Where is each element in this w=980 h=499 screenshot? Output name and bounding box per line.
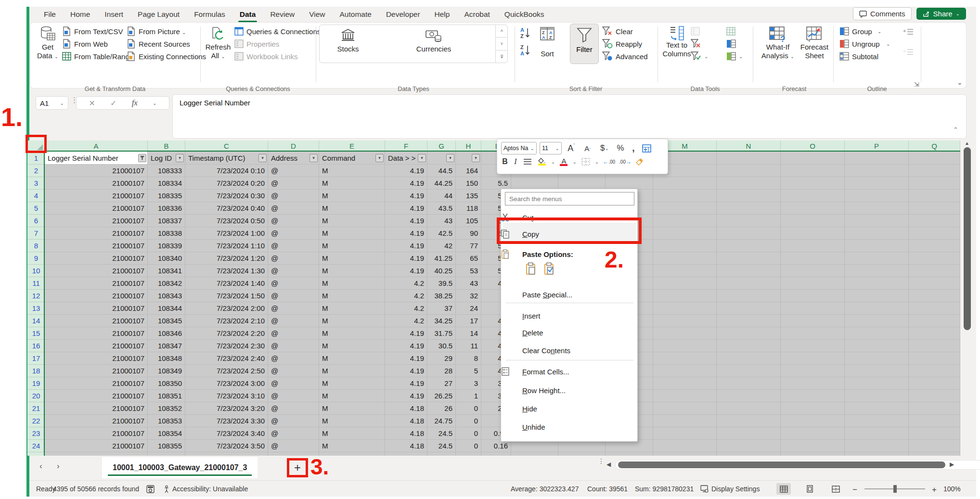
clear-filter-button[interactable]: Clear [602,26,633,36]
accessibility-icon[interactable] [163,485,171,493]
cell-F5[interactable]: 4.19 [385,202,427,215]
cell-G23[interactable]: 24.5 [427,427,456,440]
flash-fill-button[interactable] [691,26,700,36]
cancel-icon[interactable]: ✕ [89,99,95,108]
increase-decimal-button[interactable]: ←.00 [603,158,615,165]
remove-duplicates-button[interactable] [691,39,701,49]
menu-tab-insert[interactable]: Insert [97,8,130,21]
column-header-G[interactable]: G [427,141,456,152]
cell-F8[interactable]: 4.19 [385,240,427,252]
cell-B12[interactable]: 108343 [148,290,185,302]
from-table-range-button[interactable]: From Table/Range [62,51,133,61]
cell-G12[interactable]: 38.25 [427,290,456,302]
menu-tab-acrobat[interactable]: Acrobat [457,8,497,21]
cell-G6[interactable]: 43 [427,215,456,227]
cell-H22[interactable]: 0 [456,415,481,427]
cell-D15[interactable]: @ [268,327,319,340]
cell-A14[interactable]: 21000107 [45,315,148,327]
text-to-columns-button[interactable]: Text toColumns [662,26,691,58]
cell-E17[interactable]: M [319,352,385,365]
cell-C2[interactable]: 7/23/2024 0:10 [185,165,268,177]
cell-E11[interactable]: M [319,277,385,290]
cell-M24[interactable] [653,440,717,452]
menu-item-format-cells[interactable]: Format Cells... [501,363,638,380]
cell-N6[interactable] [717,215,781,227]
cell-C21[interactable]: 7/23/2024 3:20 [185,402,268,415]
filter-dropdown-icon[interactable]: ▾ [258,154,267,162]
cell-P7[interactable] [845,227,909,240]
cell-E19[interactable]: M [319,377,385,390]
cell-B8[interactable]: 108339 [148,240,185,252]
row-header-19[interactable]: 19 [27,377,45,390]
cell-N16[interactable] [717,340,781,352]
cell-A18[interactable]: 21000107 [45,365,148,377]
cell-P19[interactable] [845,377,909,390]
menu-tab-help[interactable]: Help [427,8,457,21]
cell-A13[interactable]: 21000107 [45,302,148,315]
borders-button[interactable] [580,158,591,166]
cell-P4[interactable] [845,190,909,202]
cell-B19[interactable]: 108350 [148,377,185,390]
cell-F24[interactable]: 4.18 [385,440,427,452]
menu-tab-review[interactable]: Review [263,8,302,21]
row-header-25[interactable]: 25 [27,452,45,456]
cell-M11[interactable] [653,277,717,290]
page-break-view-button[interactable] [828,483,843,495]
group-button[interactable]: Group [839,26,872,36]
filter-dropdown-icon[interactable]: ▾ [418,154,426,162]
advanced-filter-button[interactable]: Advanced [602,51,648,61]
cell-M12[interactable] [653,290,717,302]
cell-D18[interactable]: @ [268,365,319,377]
font-color-dropdown[interactable]: ⌄ [572,159,576,165]
enter-icon[interactable]: ✓ [110,99,116,108]
cell-A2[interactable]: 21000107 [45,165,148,177]
cell-H8[interactable]: 77 [456,240,481,252]
row-header-2[interactable]: 2 [27,165,45,177]
cell-C16[interactable]: 7/23/2024 2:30 [185,340,268,352]
filter-header-A1[interactable]: Logger Serial Number [45,152,148,165]
cell-A8[interactable]: 21000107 [45,240,148,252]
row-header-22[interactable]: 22 [27,415,45,427]
cell-D7[interactable]: @ [268,227,319,240]
cell-P11[interactable] [845,277,909,290]
cell[interactable] [319,452,385,456]
cell-B18[interactable]: 108349 [148,365,185,377]
cell-H18[interactable]: 5 [456,365,481,377]
cell-A11[interactable]: 21000107 [45,277,148,290]
formula-bar-collapse-icon[interactable]: ⌃ [953,126,958,133]
cell-C10[interactable]: 7/23/2024 1:30 [185,265,268,277]
format-painter-icon[interactable] [635,158,644,166]
spreadsheet-grid[interactable]: ABCDEFGHIJKLMNOPQ12345678910111213141516… [27,141,960,456]
cell-D9[interactable]: @ [268,252,319,265]
row-header-17[interactable]: 17 [27,352,45,365]
cell-A16[interactable]: 21000107 [45,340,148,352]
filter-applied-icon[interactable] [138,154,146,162]
refresh-all-button[interactable]: RefreshAll ⌄ [205,26,232,61]
filter-header-B1[interactable]: Log ID▾ [148,152,185,165]
cell-A24[interactable]: 21000107 [45,440,148,452]
cell-O2[interactable] [781,165,845,177]
cell-B13[interactable]: 108344 [148,302,185,315]
cell-B7[interactable]: 108338 [148,227,185,240]
cell-C8[interactable]: 7/23/2024 1:10 [185,240,268,252]
row-header-10[interactable]: 10 [27,265,45,277]
cell-N24[interactable] [717,440,781,452]
menu-item-paste-special[interactable]: Paste Special... [501,286,638,303]
fx-icon[interactable]: fx [132,98,138,108]
cell-O19[interactable] [781,377,845,390]
filter-dropdown-icon[interactable]: ▾ [176,154,184,162]
cell-H19[interactable]: 3 [456,377,481,390]
cell-O9[interactable] [781,252,845,265]
cell[interactable] [185,452,268,456]
cell-N7[interactable] [717,227,781,240]
cell-B22[interactable]: 108353 [148,415,185,427]
cell-N12[interactable] [717,290,781,302]
consolidate-button[interactable] [726,26,735,36]
menu-item-row-height[interactable]: Row Height... [501,382,638,398]
show-detail-button[interactable]: + [903,27,914,37]
filter-dropdown-icon[interactable]: ▾ [375,154,384,162]
cell-P12[interactable] [845,290,909,302]
zoom-in-button[interactable]: + [932,485,937,495]
cell-C4[interactable]: 7/23/2024 0:30 [185,190,268,202]
cell-D23[interactable]: @ [268,427,319,440]
